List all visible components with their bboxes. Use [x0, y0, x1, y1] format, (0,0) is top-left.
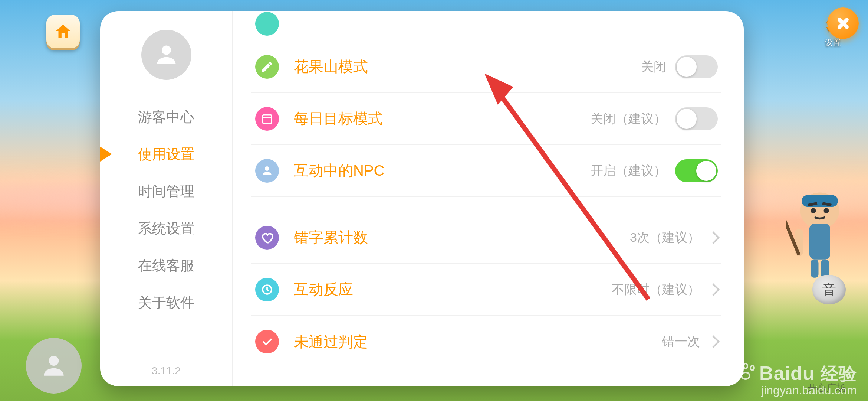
toggle-huaguoshan[interactable]: [675, 55, 718, 78]
sidebar: 游客中心 使用设置 时间管理 系统设置 在线客服 关于软件 3.11.2: [100, 11, 233, 386]
person-icon: [255, 159, 279, 183]
row-title: 互动中的NPC: [294, 160, 591, 181]
row-status: 关闭（建议）: [591, 110, 666, 127]
chevron-right-icon: [707, 231, 720, 244]
check-icon: [255, 330, 279, 353]
clock-icon: [255, 278, 279, 301]
pencil-icon: [255, 55, 279, 79]
setting-row-npc[interactable]: 互动中的NPC 开启（建议）: [251, 145, 721, 197]
row-title: 花果山模式: [294, 56, 641, 77]
sidebar-item-time-management[interactable]: 时间管理: [100, 173, 232, 210]
settings-modal: 游客中心 使用设置 时间管理 系统设置 在线客服 关于软件 3.11.2 花果山…: [100, 11, 744, 386]
settings-content: 花果山模式 关闭 每日目标模式 关闭（建议） 互动中的NPC 开启（建议）: [233, 11, 744, 386]
person-icon: [152, 41, 180, 69]
setting-row-huaguoshan[interactable]: 花果山模式 关闭: [251, 41, 721, 93]
row-title: 互动反应: [294, 279, 612, 300]
setting-row-fail-judgment[interactable]: 未通过判定 错一次: [251, 316, 721, 368]
close-button[interactable]: [827, 7, 859, 39]
sidebar-item-online-support[interactable]: 在线客服: [100, 247, 232, 284]
svg-rect-1: [802, 195, 838, 207]
svg-rect-2: [809, 224, 830, 260]
version-label: 3.11.2: [100, 365, 232, 377]
svg-point-4: [824, 208, 829, 213]
person-icon: [39, 351, 69, 381]
svg-point-3: [811, 208, 816, 213]
sidebar-item-usage-settings[interactable]: 使用设置: [100, 136, 232, 173]
baidu-watermark: Baidu 经验 jingyan.baidu.com: [735, 362, 857, 397]
svg-rect-11: [263, 115, 272, 123]
setting-row-typo-count[interactable]: 错字累计数 3次（建议）: [251, 212, 721, 264]
toggle-daily-goal[interactable]: [675, 107, 718, 130]
chevron-right-icon: [707, 335, 720, 348]
chevron-right-icon: [707, 283, 720, 296]
sidebar-item-guest-center[interactable]: 游客中心: [100, 98, 232, 136]
row-title: 错字累计数: [294, 227, 630, 248]
setting-row-daily-goal[interactable]: 每日目标模式 关闭（建议）: [251, 93, 721, 145]
home-icon: [54, 22, 72, 41]
home-button[interactable]: [46, 15, 80, 48]
peek-icon: [255, 12, 279, 36]
row-title: 未通过判定: [294, 332, 662, 352]
section-spacer: [251, 197, 721, 212]
paw-icon: [735, 363, 757, 381]
svg-rect-7: [811, 260, 819, 278]
sound-stone-button[interactable]: 音: [812, 275, 846, 304]
game-character: [786, 178, 853, 282]
heart-icon: [255, 226, 279, 250]
row-status: 3次（建议）: [630, 229, 700, 246]
row-status: 不限时（建议）: [612, 281, 700, 298]
avatar[interactable]: [141, 30, 191, 80]
background-avatar[interactable]: [26, 338, 82, 394]
settings-label: 设置: [825, 37, 841, 48]
calendar-icon: [255, 107, 279, 131]
row-status: 关闭: [641, 58, 666, 75]
sidebar-item-about[interactable]: 关于软件: [100, 284, 232, 321]
sidebar-item-system-settings[interactable]: 系统设置: [100, 210, 232, 247]
setting-row-reaction[interactable]: 互动反应 不限时（建议）: [251, 264, 721, 316]
row-status: 开启（建议）: [591, 162, 666, 179]
setting-row-peek: [251, 22, 721, 37]
toggle-npc[interactable]: [675, 159, 718, 182]
row-title: 每日目标模式: [294, 108, 591, 129]
row-status: 错一次: [662, 333, 700, 350]
